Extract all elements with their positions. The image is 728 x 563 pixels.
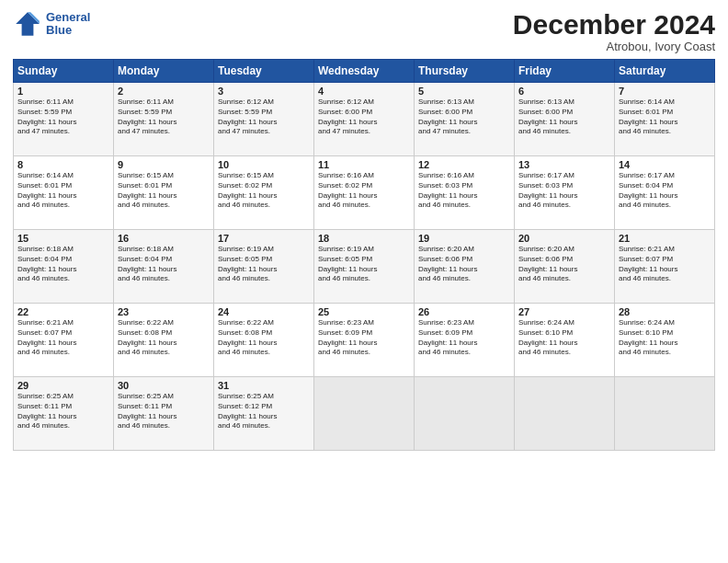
- calendar-day-cell: 14Sunrise: 6:17 AMSunset: 6:04 PMDayligh…: [615, 156, 715, 230]
- calendar-week-row: 29Sunrise: 6:25 AMSunset: 6:11 PMDayligh…: [14, 377, 715, 451]
- day-info: Sunrise: 6:20 AMSunset: 6:06 PMDaylight:…: [518, 245, 610, 284]
- page-container: General Blue December 2024 Atrobou, Ivor…: [0, 0, 728, 460]
- title-block: December 2024 Atrobou, Ivory Coast: [513, 9, 715, 53]
- logo-text: General Blue: [46, 11, 90, 38]
- day-number: 17: [218, 233, 310, 244]
- day-number: 13: [518, 159, 610, 170]
- col-thursday: Thursday: [415, 60, 515, 83]
- calendar-day-cell: 17Sunrise: 6:19 AMSunset: 6:05 PMDayligh…: [214, 230, 314, 304]
- calendar-day-cell: 11Sunrise: 6:16 AMSunset: 6:02 PMDayligh…: [314, 156, 415, 230]
- day-number: 4: [318, 86, 410, 97]
- day-info: Sunrise: 6:19 AMSunset: 6:05 PMDaylight:…: [318, 245, 410, 284]
- calendar-day-cell: 22Sunrise: 6:21 AMSunset: 6:07 PMDayligh…: [14, 304, 114, 377]
- day-info: Sunrise: 6:21 AMSunset: 6:07 PMDaylight:…: [619, 245, 711, 284]
- calendar-day-cell: 10Sunrise: 6:15 AMSunset: 6:02 PMDayligh…: [214, 156, 314, 230]
- day-info: Sunrise: 6:19 AMSunset: 6:05 PMDaylight:…: [218, 245, 310, 284]
- calendar-day-cell: 6Sunrise: 6:13 AMSunset: 6:00 PMDaylight…: [515, 83, 615, 156]
- day-number: 20: [518, 233, 610, 244]
- day-number: 5: [418, 86, 510, 97]
- day-info: Sunrise: 6:25 AMSunset: 6:11 PMDaylight:…: [17, 392, 109, 431]
- day-info: Sunrise: 6:14 AMSunset: 6:01 PMDaylight:…: [17, 171, 109, 211]
- calendar-header-row: Sunday Monday Tuesday Wednesday Thursday…: [14, 60, 715, 83]
- day-number: 29: [17, 380, 109, 391]
- calendar-day-cell: [615, 377, 715, 451]
- day-info: Sunrise: 6:12 AMSunset: 5:59 PMDaylight:…: [218, 98, 310, 137]
- day-number: 3: [218, 86, 310, 97]
- calendar-day-cell: 8Sunrise: 6:14 AMSunset: 6:01 PMDaylight…: [14, 156, 114, 230]
- calendar-day-cell: 18Sunrise: 6:19 AMSunset: 6:05 PMDayligh…: [314, 230, 415, 304]
- day-number: 10: [218, 159, 310, 170]
- day-number: 1: [17, 86, 109, 97]
- day-info: Sunrise: 6:25 AMSunset: 6:11 PMDaylight:…: [118, 392, 210, 431]
- day-info: Sunrise: 6:22 AMSunset: 6:08 PMDaylight:…: [118, 318, 210, 358]
- day-info: Sunrise: 6:23 AMSunset: 6:09 PMDaylight:…: [418, 318, 510, 358]
- calendar-week-row: 8Sunrise: 6:14 AMSunset: 6:01 PMDaylight…: [14, 156, 715, 230]
- calendar-day-cell: 27Sunrise: 6:24 AMSunset: 6:10 PMDayligh…: [515, 304, 615, 377]
- day-number: 2: [118, 86, 210, 97]
- day-info: Sunrise: 6:17 AMSunset: 6:04 PMDaylight:…: [619, 171, 711, 211]
- day-info: Sunrise: 6:14 AMSunset: 6:01 PMDaylight:…: [619, 98, 711, 137]
- calendar-week-row: 1Sunrise: 6:11 AMSunset: 5:59 PMDaylight…: [14, 83, 715, 156]
- day-info: Sunrise: 6:16 AMSunset: 6:02 PMDaylight:…: [318, 171, 410, 211]
- calendar-day-cell: [415, 377, 515, 451]
- day-number: 28: [619, 306, 711, 317]
- day-info: Sunrise: 6:22 AMSunset: 6:08 PMDaylight:…: [218, 318, 310, 358]
- calendar-day-cell: 21Sunrise: 6:21 AMSunset: 6:07 PMDayligh…: [615, 230, 715, 304]
- day-number: 14: [619, 159, 711, 170]
- day-number: 9: [118, 159, 210, 170]
- day-info: Sunrise: 6:20 AMSunset: 6:06 PMDaylight:…: [418, 245, 510, 284]
- calendar-day-cell: 24Sunrise: 6:22 AMSunset: 6:08 PMDayligh…: [214, 304, 314, 377]
- calendar-table: Sunday Monday Tuesday Wednesday Thursday…: [13, 59, 715, 451]
- calendar-day-cell: 2Sunrise: 6:11 AMSunset: 5:59 PMDaylight…: [114, 83, 214, 156]
- calendar-day-cell: 12Sunrise: 6:16 AMSunset: 6:03 PMDayligh…: [415, 156, 515, 230]
- calendar-day-cell: 9Sunrise: 6:15 AMSunset: 6:01 PMDaylight…: [114, 156, 214, 230]
- day-number: 18: [318, 233, 410, 244]
- day-info: Sunrise: 6:23 AMSunset: 6:09 PMDaylight:…: [318, 318, 410, 358]
- calendar-day-cell: 16Sunrise: 6:18 AMSunset: 6:04 PMDayligh…: [114, 230, 214, 304]
- day-number: 22: [17, 306, 109, 317]
- day-info: Sunrise: 6:15 AMSunset: 6:01 PMDaylight:…: [118, 171, 210, 211]
- day-info: Sunrise: 6:24 AMSunset: 6:10 PMDaylight:…: [619, 318, 711, 358]
- day-number: 6: [518, 86, 610, 97]
- day-info: Sunrise: 6:11 AMSunset: 5:59 PMDaylight:…: [17, 98, 109, 137]
- day-info: Sunrise: 6:13 AMSunset: 6:00 PMDaylight:…: [418, 98, 510, 137]
- day-number: 31: [218, 380, 310, 391]
- day-info: Sunrise: 6:11 AMSunset: 5:59 PMDaylight:…: [118, 98, 210, 137]
- day-number: 16: [118, 233, 210, 244]
- calendar-day-cell: 26Sunrise: 6:23 AMSunset: 6:09 PMDayligh…: [415, 304, 515, 377]
- calendar-day-cell: 31Sunrise: 6:25 AMSunset: 6:12 PMDayligh…: [214, 377, 314, 451]
- day-number: 8: [17, 159, 109, 170]
- day-number: 26: [418, 306, 510, 317]
- day-info: Sunrise: 6:24 AMSunset: 6:10 PMDaylight:…: [518, 318, 610, 358]
- day-info: Sunrise: 6:13 AMSunset: 6:00 PMDaylight:…: [518, 98, 610, 137]
- calendar-day-cell: 19Sunrise: 6:20 AMSunset: 6:06 PMDayligh…: [415, 230, 515, 304]
- calendar-week-row: 22Sunrise: 6:21 AMSunset: 6:07 PMDayligh…: [14, 304, 715, 377]
- day-info: Sunrise: 6:16 AMSunset: 6:03 PMDaylight:…: [418, 171, 510, 211]
- calendar-day-cell: 20Sunrise: 6:20 AMSunset: 6:06 PMDayligh…: [515, 230, 615, 304]
- day-info: Sunrise: 6:12 AMSunset: 6:00 PMDaylight:…: [318, 98, 410, 137]
- calendar-day-cell: 25Sunrise: 6:23 AMSunset: 6:09 PMDayligh…: [314, 304, 415, 377]
- day-number: 11: [318, 159, 410, 170]
- calendar-day-cell: 1Sunrise: 6:11 AMSunset: 5:59 PMDaylight…: [14, 83, 114, 156]
- col-tuesday: Tuesday: [214, 60, 314, 83]
- day-info: Sunrise: 6:18 AMSunset: 6:04 PMDaylight:…: [17, 245, 109, 284]
- generalblue-logo-icon: [13, 9, 42, 39]
- calendar-day-cell: 15Sunrise: 6:18 AMSunset: 6:04 PMDayligh…: [14, 230, 114, 304]
- calendar-day-cell: 23Sunrise: 6:22 AMSunset: 6:08 PMDayligh…: [114, 304, 214, 377]
- month-title: December 2024: [513, 9, 715, 40]
- calendar-day-cell: 29Sunrise: 6:25 AMSunset: 6:11 PMDayligh…: [14, 377, 114, 451]
- calendar-day-cell: [515, 377, 615, 451]
- header: General Blue December 2024 Atrobou, Ivor…: [13, 9, 715, 53]
- col-friday: Friday: [515, 60, 615, 83]
- calendar-day-cell: [314, 377, 415, 451]
- day-number: 12: [418, 159, 510, 170]
- col-saturday: Saturday: [615, 60, 715, 83]
- calendar-week-row: 15Sunrise: 6:18 AMSunset: 6:04 PMDayligh…: [14, 230, 715, 304]
- day-number: 19: [418, 233, 510, 244]
- day-info: Sunrise: 6:18 AMSunset: 6:04 PMDaylight:…: [118, 245, 210, 284]
- day-info: Sunrise: 6:15 AMSunset: 6:02 PMDaylight:…: [218, 171, 310, 211]
- logo: General Blue: [13, 9, 90, 39]
- calendar-day-cell: 28Sunrise: 6:24 AMSunset: 6:10 PMDayligh…: [615, 304, 715, 377]
- day-number: 30: [118, 380, 210, 391]
- day-number: 7: [619, 86, 711, 97]
